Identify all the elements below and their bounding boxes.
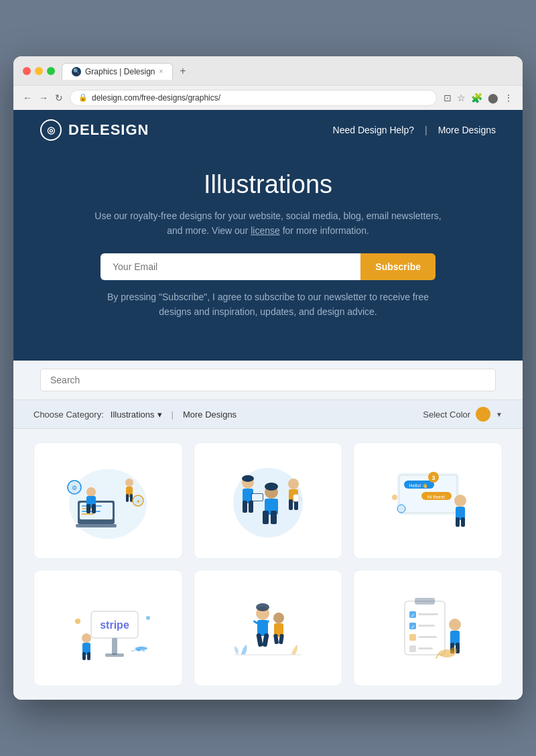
svg-point-50 <box>397 505 405 513</box>
url-text: delesign.com/free-designs/graphics/ <box>92 93 220 103</box>
svg-rect-32 <box>271 511 277 524</box>
more-designs-filter-link[interactable]: More Designs <box>183 410 237 420</box>
illustration-card-1[interactable]: ⚙ ✦ <box>34 442 183 559</box>
email-subscription-row: Subscribe <box>100 253 436 280</box>
address-bar-row: ← → ↻ 🔒 delesign.com/free-designs/graphi… <box>13 85 523 110</box>
url-bar[interactable]: 🔒 delesign.com/free-designs/graphics/ <box>70 90 437 106</box>
selected-color-dot[interactable] <box>476 407 490 422</box>
illustration-card-2[interactable] <box>194 442 343 559</box>
illustration-stripe: stripe <box>45 581 172 675</box>
illustration-messaging: Hello! 👋 Hi there! 3 <box>364 454 491 548</box>
svg-point-91 <box>450 647 457 654</box>
svg-point-60 <box>75 619 80 624</box>
search-input[interactable] <box>50 375 486 385</box>
illustration-card-5[interactable] <box>194 570 343 686</box>
license-link[interactable]: license <box>251 225 280 236</box>
forward-button[interactable]: → <box>39 92 48 103</box>
svg-point-51 <box>392 495 397 500</box>
hero-section: Illustrations Use our royalty-free desig… <box>13 150 523 361</box>
svg-point-29 <box>265 483 278 491</box>
browser-window: 🔍 Graphics | Delesign × + ← → ↻ 🔒 delesi… <box>13 56 523 700</box>
color-dropdown-arrow[interactable]: ▼ <box>496 411 503 418</box>
illustration-card-4[interactable]: stripe <box>34 570 183 686</box>
cards-grid: ⚙ ✦ <box>34 442 503 686</box>
illustration-checklist: ✓ ✓ <box>364 581 491 675</box>
svg-text:✦: ✦ <box>136 499 141 505</box>
svg-point-12 <box>125 479 133 487</box>
svg-rect-7 <box>82 513 94 515</box>
tab-close-button[interactable]: × <box>159 68 163 75</box>
svg-rect-6 <box>82 511 100 512</box>
site-header: ◎ DELESIGN Need Design Help? | More Desi… <box>13 110 523 150</box>
svg-point-69 <box>273 613 284 623</box>
svg-point-33 <box>288 479 299 489</box>
browser-tab-active[interactable]: 🔍 Graphics | Delesign × <box>62 63 173 80</box>
svg-text:⚙: ⚙ <box>72 485 77 491</box>
svg-rect-59 <box>87 652 90 660</box>
svg-rect-83 <box>418 636 437 638</box>
svg-rect-14 <box>126 494 129 502</box>
svg-text:✓: ✓ <box>410 613 415 619</box>
need-design-help-link[interactable]: Need Design Help? <box>333 125 414 135</box>
illustration-walking <box>205 581 332 675</box>
svg-rect-82 <box>409 634 416 641</box>
window-controls <box>23 67 55 75</box>
svg-rect-49 <box>461 517 465 527</box>
more-designs-header-link[interactable]: More Designs <box>438 125 496 135</box>
illustration-meeting-team <box>205 454 332 548</box>
profile-icon[interactable]: ⬤ <box>488 92 498 103</box>
filter-divider: | <box>172 410 174 420</box>
category-label: Choose Category: <box>34 410 104 420</box>
extension-icon[interactable]: 🧩 <box>471 92 482 103</box>
svg-text:Hi there!: Hi there! <box>427 495 445 499</box>
search-section <box>13 361 523 400</box>
svg-point-46 <box>454 495 466 507</box>
filter-bar: Choose Category: Illustrations ▾ | More … <box>13 400 523 429</box>
svg-rect-58 <box>82 652 86 660</box>
svg-rect-84 <box>409 645 416 652</box>
cards-section: ⚙ ✦ <box>13 429 523 700</box>
svg-rect-75 <box>415 598 435 605</box>
color-section: Select Color ▼ <box>423 407 503 422</box>
svg-rect-35 <box>289 499 293 510</box>
email-input[interactable] <box>100 253 360 280</box>
search-input-wrap[interactable] <box>40 369 496 391</box>
svg-point-22 <box>242 475 254 482</box>
fullscreen-window-button[interactable] <box>47 67 55 75</box>
translate-icon[interactable]: ⊡ <box>444 92 452 103</box>
color-label: Select Color <box>423 410 470 420</box>
illustration-coding-team: ⚙ ✦ <box>45 454 172 548</box>
svg-rect-85 <box>418 647 433 649</box>
illustration-card-3[interactable]: Hello! 👋 Hi there! 3 <box>353 442 503 559</box>
browser-toolbar-icons: ⊡ ☆ 🧩 ⬤ ⋮ <box>444 92 513 103</box>
svg-point-8 <box>86 487 96 497</box>
svg-rect-54 <box>112 638 117 655</box>
category-dropdown[interactable]: Illustrations ▾ <box>111 410 162 420</box>
svg-rect-78 <box>418 613 438 615</box>
svg-rect-10 <box>86 504 90 513</box>
svg-rect-11 <box>92 504 96 513</box>
browser-titlebar: 🔍 Graphics | Delesign × + <box>13 56 523 85</box>
svg-point-56 <box>82 633 91 643</box>
bookmark-icon[interactable]: ☆ <box>457 92 466 103</box>
tab-title: Graphics | Delesign <box>85 67 155 76</box>
svg-text:Hello! 👋: Hello! 👋 <box>409 483 428 489</box>
logo[interactable]: ◎ DELESIGN <box>40 119 149 141</box>
svg-rect-27 <box>252 494 263 501</box>
header-nav: Need Design Help? | More Designs <box>333 125 496 135</box>
new-tab-button[interactable]: + <box>177 65 188 77</box>
svg-rect-81 <box>418 625 435 627</box>
lock-icon: 🔒 <box>78 93 88 102</box>
svg-point-86 <box>449 619 461 631</box>
refresh-button[interactable]: ↻ <box>55 92 63 103</box>
svg-point-63 <box>256 603 269 611</box>
illustration-card-6[interactable]: ✓ ✓ <box>353 570 503 686</box>
tab-favicon: 🔍 <box>72 67 81 76</box>
svg-rect-31 <box>263 511 269 524</box>
close-window-button[interactable] <box>23 67 31 75</box>
minimize-window-button[interactable] <box>35 67 43 75</box>
menu-icon[interactable]: ⋮ <box>504 92 513 103</box>
back-button[interactable]: ← <box>23 92 32 103</box>
subscribe-button[interactable]: Subscribe <box>360 253 436 280</box>
nav-divider: | <box>425 125 427 135</box>
